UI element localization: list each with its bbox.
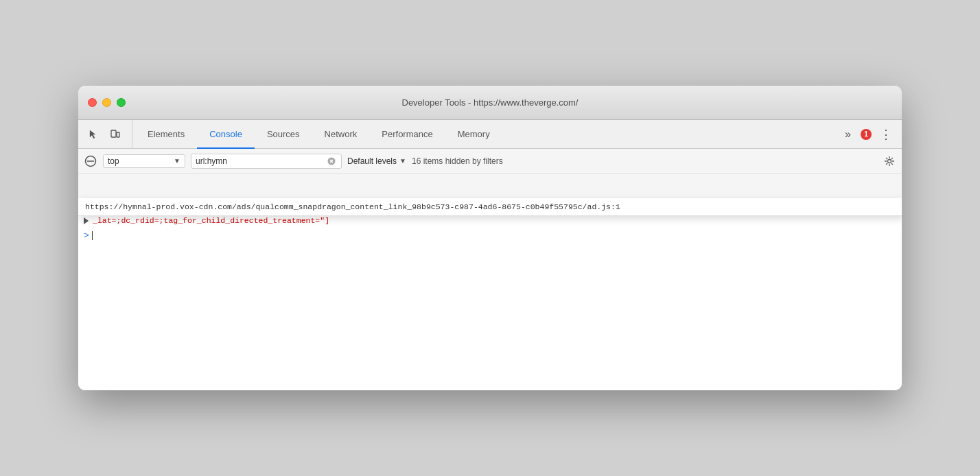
error-badge[interactable]: 1	[861, 129, 872, 140]
tab-elements[interactable]: Elements	[135, 121, 197, 149]
url-tooltip: https://hymnal-prod.vox-cdn.com/ads/qual…	[78, 198, 902, 216]
svg-rect-1	[117, 132, 119, 137]
tab-console[interactable]: Console	[197, 121, 255, 149]
traffic-lights	[88, 98, 126, 107]
window-title: Developer Tools - https://www.theverge.c…	[402, 97, 579, 108]
devtools-window: Developer Tools - https://www.theverge.c…	[78, 86, 902, 390]
close-button[interactable]	[88, 98, 97, 107]
maximize-button[interactable]	[117, 98, 126, 107]
svg-rect-0	[111, 130, 116, 137]
filter-input-wrapper	[191, 154, 342, 169]
devtools-menu-button[interactable]: ⋮	[876, 127, 896, 142]
console-prompt-line[interactable]: >	[78, 228, 902, 243]
main-toolbar: Elements Console Sources Network Perform…	[78, 120, 902, 149]
title-bar: Developer Tools - https://www.theverge.c…	[78, 86, 902, 120]
log-levels-button[interactable]: Default levels ▼	[347, 156, 406, 166]
inspect-element-button[interactable]	[84, 125, 103, 144]
clear-console-button[interactable]	[84, 154, 97, 168]
error-count-circle: 1	[861, 129, 872, 140]
tab-performance[interactable]: Performance	[369, 121, 445, 149]
tabs-container: Elements Console Sources Network Perform…	[135, 120, 839, 148]
console-settings-button[interactable]	[883, 154, 896, 168]
hidden-items-count: 16 items hidden by filters	[412, 156, 503, 166]
cursor-caret	[92, 231, 93, 240]
toolbar-icons	[84, 120, 132, 148]
filter-input[interactable]	[196, 156, 326, 166]
levels-dropdown-arrow: ▼	[399, 157, 406, 165]
console-output: https://hymnal-prod.vox-cdn.com/ads/qual…	[78, 198, 902, 390]
devtools-panel: Elements Console Sources Network Perform…	[78, 120, 902, 390]
expand-arrow[interactable]	[84, 217, 89, 224]
toolbar-right: » 1 ⋮	[839, 120, 896, 148]
prompt-arrow-icon: >	[84, 230, 89, 241]
device-toggle-button[interactable]	[106, 125, 125, 144]
tab-network[interactable]: Network	[312, 121, 370, 149]
expanded-line-content: _lat=;dc_rdid=;tag_for_child_directed_tr…	[93, 216, 329, 225]
minimize-button[interactable]	[102, 98, 111, 107]
svg-point-7	[888, 159, 891, 163]
filter-clear-button[interactable]	[326, 156, 337, 167]
context-selector[interactable]: top ▼	[103, 154, 185, 168]
tab-memory[interactable]: Memory	[445, 121, 502, 149]
context-dropdown-arrow: ▼	[174, 157, 180, 165]
more-tabs-button[interactable]: »	[839, 128, 856, 141]
tab-sources[interactable]: Sources	[255, 121, 312, 149]
console-toolbar: top ▼ Default levels ▼ 16 items hidden b…	[78, 149, 902, 174]
